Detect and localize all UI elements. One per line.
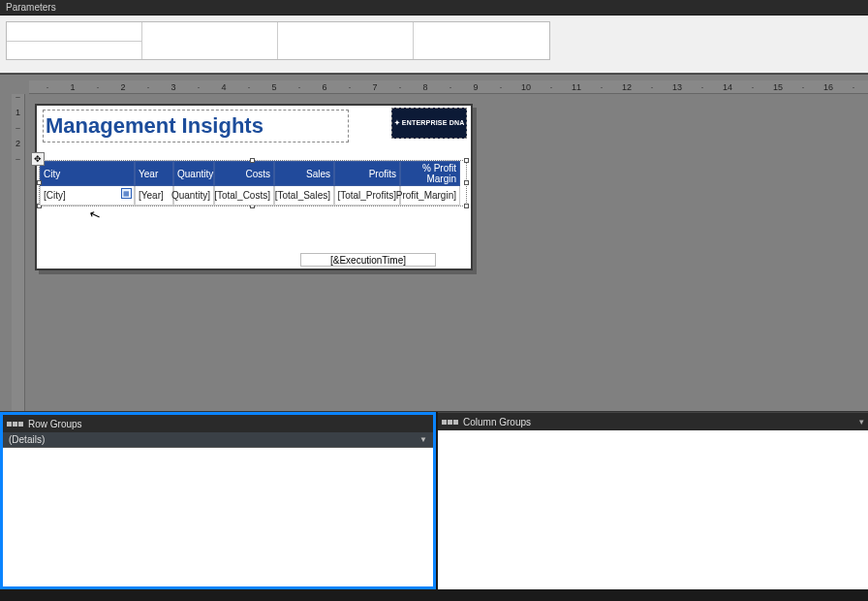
col-header-profits[interactable]: Profits	[334, 161, 400, 186]
parameters-header: Parameters	[0, 0, 868, 16]
report-title-textbox[interactable]: Management Insights	[43, 110, 349, 142]
cell-costs[interactable]: [Total_Costs]	[214, 186, 274, 206]
col-header-costs[interactable]: Costs	[214, 161, 274, 186]
row-group-item-label: (Details)	[9, 434, 45, 445]
cell-year[interactable]: [Year]	[135, 186, 173, 206]
cursor-icon: ↖	[87, 205, 104, 223]
row-groups-header: Row Groups	[3, 415, 433, 432]
row-groups-icon	[7, 422, 23, 427]
param-cell[interactable]	[414, 22, 549, 59]
design-canvas[interactable]: ·1·2·3·4·5·6·7·8·9·10·11·12·13·14·15·16·…	[0, 74, 868, 411]
column-groups-list[interactable]	[438, 430, 868, 589]
col-header-year[interactable]: Year	[135, 161, 173, 186]
chevron-down-icon[interactable]: ▾	[859, 417, 864, 427]
param-cell[interactable]	[7, 22, 142, 59]
cell-city-value: [City]	[44, 190, 66, 201]
report-title: Management Insights	[46, 113, 264, 139]
tablix[interactable]: ✥ City Year Quantity Costs Sales Profits…	[39, 160, 467, 206]
field-selector-icon[interactable]: ▦	[121, 188, 132, 199]
tablix-header-row[interactable]: City Year Quantity Costs Sales Profits %…	[40, 161, 466, 186]
col-header-sales[interactable]: Sales	[274, 161, 334, 186]
resize-handle[interactable]	[250, 158, 255, 163]
column-groups-label: Column Groups	[463, 417, 531, 427]
grouping-pane: Row Groups (Details) ▼ Column Groups ▾	[0, 411, 868, 589]
col-header-profit-margin[interactable]: % Profit Margin	[400, 161, 460, 186]
move-handle-icon[interactable]: ✥	[31, 152, 45, 166]
col-header-quantity[interactable]: Quantity	[173, 161, 214, 186]
tablix-detail-row[interactable]: [City] ▦ [Year] Quantity] [Total_Costs] …	[40, 186, 466, 206]
report-body[interactable]: Management Insights ✦ ENTERPRISE DNA ✥ C…	[35, 104, 473, 270]
parameters-label: Parameters	[6, 2, 56, 13]
vertical-ruler: –1–2–	[12, 94, 25, 411]
parameters-panel	[0, 16, 868, 74]
cell-profits[interactable]: [Total_Profits]	[334, 186, 400, 206]
resize-handle[interactable]	[464, 180, 469, 185]
logo-text: ✦ ENTERPRISE DNA	[394, 119, 465, 127]
logo-image[interactable]: ✦ ENTERPRISE DNA	[391, 108, 467, 139]
row-groups-label: Row Groups	[28, 419, 82, 429]
cell-profit-margin[interactable]: Profit_Margin]	[400, 186, 460, 206]
column-groups-pane[interactable]: Column Groups ▾	[438, 412, 868, 589]
param-cell[interactable]	[142, 22, 278, 59]
parameters-grid[interactable]	[6, 21, 550, 60]
row-group-item[interactable]: (Details) ▼	[3, 432, 433, 448]
param-cell[interactable]	[278, 22, 414, 59]
cell-city[interactable]: [City] ▦	[40, 186, 135, 206]
cell-sales[interactable]: [Total_Sales]	[274, 186, 334, 206]
execution-time-value: [&ExecutionTime]	[330, 255, 406, 266]
chevron-down-icon[interactable]: ▼	[419, 435, 427, 444]
row-groups-list[interactable]: (Details) ▼	[3, 432, 433, 586]
cell-quantity[interactable]: Quantity]	[173, 186, 214, 206]
resize-handle[interactable]	[464, 204, 469, 208]
column-groups-icon	[442, 420, 458, 425]
resize-handle[interactable]	[37, 180, 42, 185]
resize-handle[interactable]	[464, 158, 469, 163]
horizontal-ruler: ·1·2·3·4·5·6·7·8·9·10·11·12·13·14·15·16·	[29, 80, 868, 94]
execution-time-textbox[interactable]: [&ExecutionTime]	[300, 253, 436, 267]
column-groups-header: Column Groups ▾	[438, 413, 868, 430]
col-header-city[interactable]: City	[40, 161, 135, 186]
row-groups-pane[interactable]: Row Groups (Details) ▼	[0, 412, 436, 589]
